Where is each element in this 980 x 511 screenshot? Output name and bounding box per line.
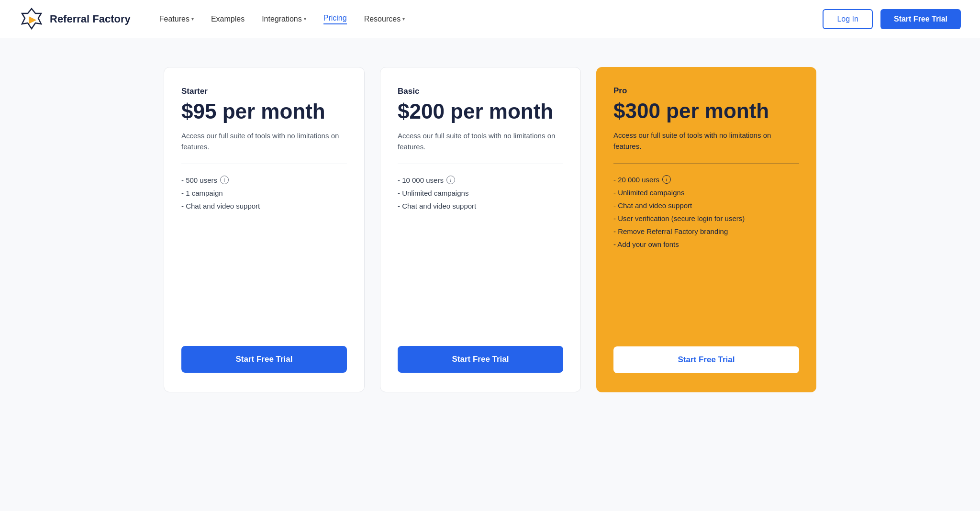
feature-item: - 500 users i	[181, 176, 347, 184]
feature-item: - Unlimited campaigns	[613, 189, 799, 197]
feature-item: - 10 000 users i	[398, 176, 563, 184]
feature-item: - 20 000 users i	[613, 175, 799, 184]
feature-item: - Unlimited campaigns	[398, 189, 563, 197]
feature-item: - Chat and video support	[181, 202, 347, 210]
login-button[interactable]: Log In	[823, 9, 872, 29]
plan-price-starter: $95 per month	[181, 100, 347, 123]
features-list-basic: - 10 000 users i - Unlimited campaigns -…	[398, 176, 563, 327]
plan-description-starter: Access our full suite of tools with no l…	[181, 131, 347, 152]
pricing-section: Starter $95 per month Access our full su…	[0, 38, 980, 421]
plan-price-pro: $300 per month	[613, 100, 799, 122]
divider-starter	[181, 164, 347, 164]
pricing-card-starter: Starter $95 per month Access our full su…	[164, 67, 365, 392]
nav-features[interactable]: Features ▾	[159, 15, 194, 23]
nav-actions: Log In Start Free Trial	[823, 9, 961, 29]
features-list-pro: - 20 000 users i - Unlimited campaigns -…	[613, 175, 799, 327]
brand-name: Referral Factory	[50, 13, 131, 25]
features-list-starter: - 500 users i - 1 campaign - Chat and vi…	[181, 176, 347, 327]
chevron-down-icon: ▾	[191, 16, 194, 22]
info-icon: i	[662, 175, 671, 184]
divider-pro	[613, 163, 799, 164]
nav-resources[interactable]: Resources ▾	[364, 15, 405, 23]
logo-icon	[19, 7, 44, 32]
logo-link[interactable]: Referral Factory	[19, 7, 131, 32]
plan-name-pro: Pro	[613, 86, 799, 96]
pricing-card-basic: Basic $200 per month Access our full sui…	[380, 67, 581, 392]
nav-pricing[interactable]: Pricing	[323, 14, 347, 24]
feature-item: - Remove Referral Factory branding	[613, 227, 799, 235]
nav-trial-button[interactable]: Start Free Trial	[880, 9, 961, 29]
feature-item: - Chat and video support	[613, 201, 799, 210]
feature-item: - 1 campaign	[181, 189, 347, 197]
divider-basic	[398, 164, 563, 164]
nav-examples[interactable]: Examples	[211, 15, 245, 23]
pro-trial-button[interactable]: Start Free Trial	[613, 346, 799, 373]
plan-description-pro: Access our full suite of tools with no l…	[613, 130, 799, 152]
info-icon: i	[220, 176, 229, 184]
nav-links: Features ▾ Examples Integrations ▾ Prici…	[159, 14, 823, 24]
feature-item: - Add your own fonts	[613, 240, 799, 248]
feature-item: - User verification (secure login for us…	[613, 214, 799, 222]
navbar: Referral Factory Features ▾ Examples Int…	[0, 0, 980, 38]
plan-description-basic: Access our full suite of tools with no l…	[398, 131, 563, 152]
pricing-card-pro: Pro $300 per month Access our full suite…	[596, 67, 816, 392]
starter-trial-button[interactable]: Start Free Trial	[181, 346, 347, 373]
plan-price-basic: $200 per month	[398, 100, 563, 123]
feature-item: - Chat and video support	[398, 202, 563, 210]
chevron-down-icon: ▾	[304, 16, 306, 22]
chevron-down-icon: ▾	[402, 16, 405, 22]
nav-integrations[interactable]: Integrations ▾	[262, 15, 306, 23]
plan-name-basic: Basic	[398, 87, 563, 96]
info-icon: i	[446, 176, 455, 184]
basic-trial-button[interactable]: Start Free Trial	[398, 346, 563, 373]
plan-name-starter: Starter	[181, 87, 347, 96]
